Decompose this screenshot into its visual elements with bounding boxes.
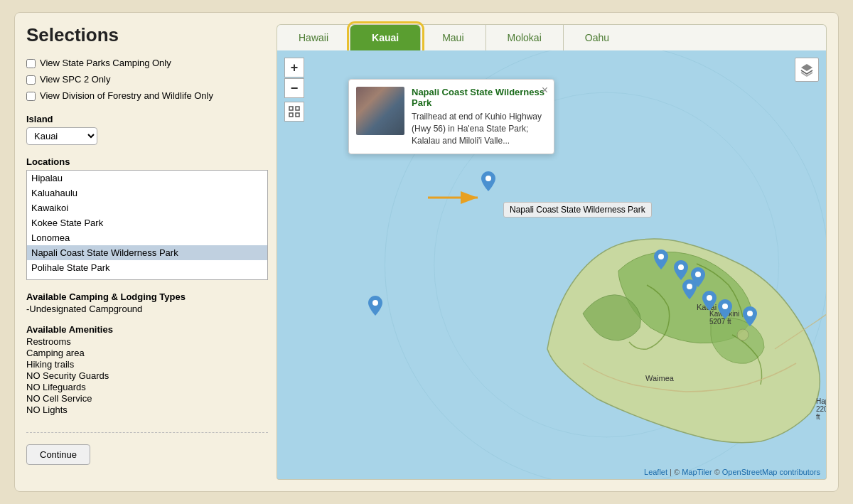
svg-point-11 [658,254,664,259]
map-container[interactable]: + − [277,50,827,480]
svg-point-18 [372,300,378,306]
list-item[interactable]: Hipalau [27,171,267,186]
amenity-item-no-lights: NO Lights [26,404,268,415]
list-item[interactable]: Lonomea [27,230,267,245]
main-container: Selections View State Parks Camping Only… [14,12,839,492]
locations-list[interactable]: Hipalau Kaluahaulu Kawaikoi Kokee State … [26,170,268,280]
map-pin-polihale[interactable] [368,296,382,316]
maptiler-credit: MapTiler [682,468,712,476]
amenity-item-no-security: NO Security Guards [26,370,268,381]
page-title: Selections [26,24,268,46]
svg-rect-7 [296,113,299,117]
camping-types-value: -Undesignated Campground [26,304,268,314]
checkbox-state-parks-label[interactable]: View State Parks Camping Only [40,58,171,70]
right-panel: Hawaii Kauai Maui Molokai Oahu [277,24,827,480]
map-pin-1[interactable] [654,250,668,269]
camping-types-label: Available Camping & Lodging Types [26,291,268,302]
map-pin-6[interactable] [718,299,732,319]
checkbox-item-1[interactable]: View State Parks Camping Only [26,58,268,70]
svg-point-3 [737,329,749,341]
tabs-bar: Hawaii Kauai Maui Molokai Oahu [277,24,827,50]
popup-description: Trailhead at end of Kuhio Highway (Hwy 5… [412,111,547,146]
amenity-item: Hiking trails [26,359,268,370]
amenity-item-no-cell: NO Cell Service [26,393,268,404]
island-label: Island [26,114,268,124]
map-pin-napali[interactable] [481,171,495,191]
svg-point-12 [678,264,684,270]
locations-section: Locations Hipalau Kaluahaulu Kawaikoi Ko… [26,156,268,280]
tab-hawaii[interactable]: Hawaii [277,25,350,50]
tab-oahu[interactable]: Oahu [564,25,631,50]
checkbox-item-2[interactable]: View SPC 2 Only [26,74,268,86]
svg-point-17 [747,311,753,316]
map-pin-2[interactable] [674,260,688,280]
map-popup: × Napali Coast State Wilderness Park Tra… [348,79,554,154]
svg-point-16 [722,304,728,309]
zoom-in-button[interactable]: + [284,58,304,77]
map-pin-4[interactable] [682,279,697,299]
checkbox-forestry[interactable] [26,92,36,101]
locations-label: Locations [26,156,268,167]
amenity-item: Restrooms [26,336,268,347]
map-controls: + − [284,58,304,122]
popup-content: Napali Coast State Wilderness Park Trail… [356,87,547,146]
map-pin-5[interactable] [702,291,717,311]
map-arrow [426,189,483,206]
checkbox-spc2[interactable] [26,75,36,85]
popup-title: Napali Coast State Wilderness Park [412,87,547,108]
checkbox-forestry-label[interactable]: View Division of Forestry and Wildlife O… [40,90,213,102]
checkbox-group: View State Parks Camping Only View SPC 2… [26,58,268,102]
list-item[interactable]: Kaluahaulu [27,186,267,200]
divider [26,432,268,433]
continue-button[interactable]: Continue [26,444,90,465]
fullscreen-button[interactable] [284,102,304,122]
map-attribution: Leaflet | © MapTiler © OpenStreetMap con… [644,468,820,476]
tab-molokai[interactable]: Molokai [486,25,564,50]
tab-maui[interactable]: Maui [421,25,485,50]
checkbox-spc2-label[interactable]: View SPC 2 Only [40,74,110,86]
svg-point-15 [707,295,712,301]
popup-text: Napali Coast State Wilderness Park Trail… [412,87,547,146]
osm-credit: OpenStreetMap contributors [722,468,820,476]
amenity-item: Camping area [26,348,268,358]
svg-rect-6 [289,113,293,117]
list-item[interactable]: Kokee State Park [27,215,267,230]
svg-rect-5 [296,107,299,110]
popup-image [356,87,404,135]
checkbox-state-parks[interactable] [26,59,36,68]
popup-close-button[interactable]: × [542,84,548,97]
list-item[interactable]: Kawaikoi [27,200,267,215]
list-item[interactable]: Sugi Grove [27,275,267,280]
tab-kauai[interactable]: Kauai [350,25,421,50]
zoom-out-button[interactable]: − [284,78,304,98]
svg-point-10 [485,176,491,181]
map-pin-7[interactable] [743,306,757,326]
svg-point-13 [695,272,701,277]
svg-point-14 [687,284,692,289]
list-item-napali[interactable]: Napali Coast State Wilderness Park [27,245,267,260]
checkbox-item-3[interactable]: View Division of Forestry and Wildlife O… [26,90,268,102]
left-panel: Selections View State Parks Camping Only… [26,24,268,480]
amenities-list: Restrooms Camping area Hiking trails NO … [26,336,268,415]
amenities-label: Available Amenities [26,324,268,335]
svg-rect-4 [289,107,293,110]
island-select[interactable]: Hawaii Kauai Maui Molokai Oahu [26,127,97,145]
amenity-item-no-lifeguards: NO Lifeguards [26,382,268,392]
camping-types-section: Available Camping & Lodging Types -Undes… [26,291,268,314]
layers-button[interactable] [795,58,819,82]
popup-image-inner [356,87,404,135]
list-item[interactable]: Polihale State Park [27,260,267,275]
leaflet-credit: Leaflet [644,468,667,476]
island-section: Island Hawaii Kauai Maui Molokai Oahu [26,114,268,145]
location-tooltip: Napali Coast State Wilderness Park [503,202,652,218]
amenities-section: Available Amenities Restrooms Camping ar… [26,324,268,415]
